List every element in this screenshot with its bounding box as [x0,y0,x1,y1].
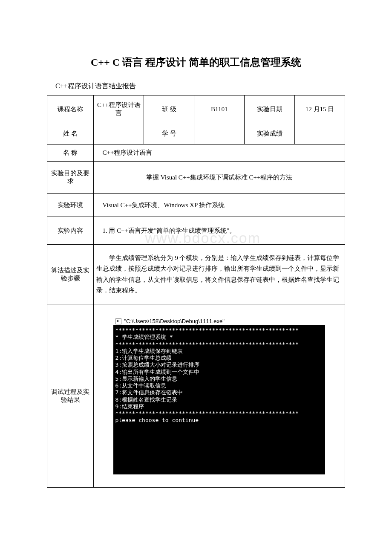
course-name-label: 课程名称 [47,95,94,123]
algorithm-label: 算法描述及实验步骤 [47,245,94,304]
page-container: C++ C 语言 程序设计 简单的职工信息管理系统 C++程序设计语言结业报告 … [0,0,392,488]
table-row: 名 称 C++程序设计语言 [47,145,345,162]
exp-date-label: 实验日期 [245,95,295,123]
class-label: 班 级 [144,95,194,123]
console-title: "C:\Users\158\Desktop\Debug\1111.exe" [124,318,224,324]
document-subtitle: C++程序设计语言结业报告 [47,82,345,91]
purpose-value: 掌握 Visual C++集成环境下调试标准 C++程序的方法 [94,162,345,194]
name-value-2: C++程序设计语言 [94,145,345,162]
console-line: 3:按照总成绩大小对记录进行排序 [115,361,199,368]
environment-value: Visual C++集成环境、Windows XP 操作系统 [94,194,345,217]
console-line: 4:输出所有学生成绩到一个文件中 [115,369,199,375]
console-titlebar: "C:\Users\158\Desktop\Debug\1111.exe" [113,317,325,325]
table-row: 算法描述及实验步骤 学生成绩管理系统分为 9 个模块，分别是：输入学生成绩保存到… [47,245,345,304]
console-line: ****************************************… [115,327,298,333]
console-line: ****************************************… [115,341,298,347]
name-value [94,123,144,145]
console-cell: "C:\Users\158\Desktop\Debug\1111.exe" **… [94,304,345,488]
console-line: 5:显示新输入的学生信息 [115,376,177,382]
course-name-value: C++程序设计语言 [94,95,144,123]
console-icon [115,318,121,324]
console-line: 1:输入学生成绩保存到链表 [115,348,183,354]
exp-score-value [295,123,345,145]
console-line: 6:从文件中读取信息 [115,382,166,389]
console-line: 9:结束程序 [115,403,144,410]
console-line: ****************************************… [115,410,298,416]
exp-score-label: 实验成绩 [245,123,295,145]
table-row: 实验环境 Visual C++集成环境、Windows XP 操作系统 [47,194,345,217]
document-title: C++ C 语言 程序设计 简单的职工信息管理系统 [47,55,345,69]
environment-label: 实验环境 [47,194,94,217]
name-label: 姓 名 [47,123,94,145]
class-value: B1101 [194,95,245,123]
student-id-value [194,123,245,145]
student-id-label: 学 号 [144,123,194,145]
console-line: 7:将文件信息保存在链表中 [115,389,183,396]
console-line: 8:根据姓名查找学生记录 [115,396,177,403]
table-row: 实验目的及要求 掌握 Visual C++集成环境下调试标准 C++程序的方法 [47,162,345,194]
console-wrap: "C:\Users\158\Desktop\Debug\1111.exe" **… [96,315,342,477]
report-table: 课程名称 C++程序设计语言 班 级 B1101 实验日期 12 月15 日 姓… [47,95,345,488]
name-label-2: 名 称 [47,145,94,162]
table-row: 课程名称 C++程序设计语言 班 级 B1101 实验日期 12 月15 日 [47,95,345,123]
console-line: please choose to continue [115,417,199,423]
exp-date-value: 12 月15 日 [295,95,345,123]
console-line: 2:计算每位学生总成绩 [115,355,172,361]
console-body: ****************************************… [113,325,325,474]
debug-result-label: 调试过程及实验结果 [47,304,94,488]
table-row: 姓 名 学 号 实验成绩 [47,123,345,145]
content-label: 实验内容 [47,217,94,245]
table-row: 实验内容 www.bdocx.com 1. 用 C++语言开发"简单的学生成绩管… [47,217,345,245]
algorithm-cell: 学生成绩管理系统分为 9 个模块，分别是：输入学生成绩保存到链表，计算每位学生总… [94,245,345,304]
console-line: * 学生成绩管理系统 * [115,334,173,340]
content-value: 1. 用 C++语言开发"简单的学生成绩管理系统"。 [102,227,236,234]
content-value-cell: www.bdocx.com 1. 用 C++语言开发"简单的学生成绩管理系统"。 [94,217,345,245]
algorithm-value: 学生成绩管理系统分为 9 个模块，分别是：输入学生成绩保存到链表，计算每位学生总… [96,253,342,296]
table-row: 调试过程及实验结果 "C:\Users\158\Desktop\Debug\11… [47,304,345,488]
console-window: "C:\Users\158\Desktop\Debug\1111.exe" **… [113,317,325,474]
purpose-label: 实验目的及要求 [47,162,94,194]
